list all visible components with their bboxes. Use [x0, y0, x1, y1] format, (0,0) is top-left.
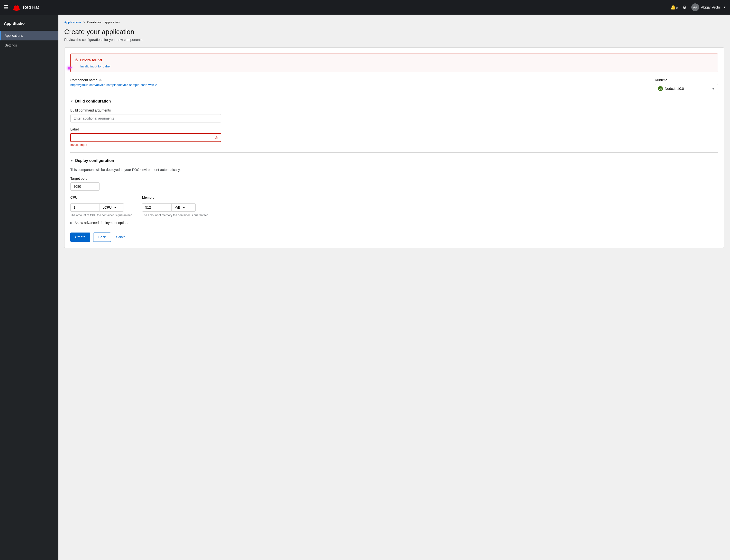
avatar: AA — [691, 3, 699, 11]
deploy-description: This component will be deployed to your … — [70, 168, 718, 172]
brand-logo: Red Hat — [12, 3, 39, 12]
page-title: Create your application — [64, 28, 724, 36]
username-label: Abigail Archill — [701, 5, 721, 9]
show-advanced-label: Show advanced deployment options — [74, 221, 129, 225]
sidebar-item-settings-label: Settings — [5, 43, 17, 47]
build-configuration-section: ▼ Build configuration Build command argu… — [70, 99, 718, 147]
topnav-right-section: 🔔0 ⚙ AA Abigail Archill ▼ — [670, 3, 726, 11]
memory-input-row: MiB ▼ — [142, 203, 209, 212]
user-menu[interactable]: AA Abigail Archill ▼ — [691, 3, 726, 11]
memory-unit-label: MiB — [175, 205, 180, 209]
sidebar: App Studio Applications Settings — [0, 15, 58, 560]
label-field-group: Label ⚠ Invalid input — [70, 127, 718, 147]
error-banner-link-label[interactable]: Invalid input for Label — [80, 65, 111, 68]
cancel-button[interactable]: Cancel — [114, 233, 129, 242]
create-button[interactable]: Create — [70, 233, 90, 242]
component-name-label-row: Component name ✏ — [70, 78, 157, 82]
main-card: ⚠ Errors found Invalid input for Label ☛… — [64, 47, 724, 248]
component-name-link[interactable]: https://github.com/devfile-samples/devfi… — [70, 83, 157, 87]
build-command-input[interactable] — [70, 114, 221, 122]
target-port-input[interactable] — [70, 182, 100, 191]
error-banner-title: ⚠ Errors found — [74, 58, 714, 62]
memory-unit-chevron-icon: ▼ — [182, 205, 186, 209]
deploy-config-chevron-icon: ▼ — [70, 159, 73, 162]
sidebar-item-settings[interactable]: Settings — [0, 40, 58, 50]
component-name-section: Component name ✏ https://github.com/devf… — [70, 78, 157, 87]
error-circle-icon: ⚠ — [74, 58, 78, 62]
back-button[interactable]: Back — [93, 233, 111, 242]
build-command-label: Build command arguments — [70, 108, 718, 112]
cursor-hand-icon: ☛ — [67, 65, 73, 72]
memory-unit-select[interactable]: MiB ▼ — [171, 203, 196, 212]
memory-hint: The amount of memory the container is gu… — [142, 214, 209, 217]
runtime-label: Runtime — [655, 78, 718, 82]
breadcrumb-parent-link[interactable]: Applications — [64, 20, 81, 24]
cpu-input[interactable] — [70, 203, 100, 212]
settings-button[interactable]: ⚙ — [683, 5, 686, 10]
cpu-group: CPU vCPU ▼ The amount of CPU the contain… — [70, 196, 132, 217]
sidebar-item-applications[interactable]: Applications — [0, 31, 58, 40]
main-content: Applications > Create your application C… — [58, 15, 730, 560]
section-divider — [70, 152, 718, 153]
show-advanced-button[interactable]: ▶ Show advanced deployment options — [70, 221, 718, 225]
target-port-group: Target port — [70, 177, 718, 191]
user-menu-chevron-icon: ▼ — [723, 6, 726, 9]
build-config-title: Build configuration — [75, 99, 111, 103]
label-input-wrapper: ⚠ — [70, 133, 221, 142]
build-config-chevron-icon: ▼ — [70, 100, 73, 103]
sidebar-title: App Studio — [0, 19, 58, 31]
breadcrumb: Applications > Create your application — [64, 20, 724, 24]
redhat-logo-icon — [12, 3, 21, 12]
page-subtitle: Review the configurations for your new c… — [64, 38, 724, 42]
memory-input[interactable] — [142, 203, 171, 212]
runtime-select[interactable]: JS Node.js 10.0 ▼ — [655, 84, 718, 93]
cpu-label: CPU — [70, 196, 132, 199]
runtime-section: Runtime JS Node.js 10.0 ▼ — [655, 78, 718, 93]
deploy-configuration-section: ▼ Deploy configuration This component wi… — [70, 159, 718, 225]
cpu-unit-select[interactable]: vCPU ▼ — [100, 203, 124, 212]
cpu-unit-chevron-icon: ▼ — [114, 205, 117, 209]
build-config-section-header[interactable]: ▼ Build configuration — [70, 99, 718, 103]
memory-group: Memory MiB ▼ The amount of memory the co… — [142, 196, 209, 217]
memory-label: Memory — [142, 196, 209, 199]
hamburger-menu[interactable]: ☰ — [4, 4, 8, 10]
show-advanced-chevron-icon: ▶ — [70, 221, 73, 224]
nodejs-icon: JS — [658, 86, 663, 91]
notifications-button[interactable]: 🔔0 — [670, 5, 678, 10]
breadcrumb-current: Create your application — [87, 20, 120, 24]
cpu-input-row: vCPU ▼ — [70, 203, 132, 212]
sidebar-item-applications-label: Applications — [5, 34, 23, 37]
label-error-icon: ⚠ — [215, 135, 218, 140]
component-header: Component name ✏ https://github.com/devf… — [70, 78, 718, 93]
build-command-group: Build command arguments — [70, 108, 718, 122]
footer-buttons: Create Back Cancel — [70, 233, 718, 242]
brand-name: Red Hat — [23, 5, 39, 10]
label-field-label: Label — [70, 127, 718, 131]
target-port-label: Target port — [70, 177, 718, 180]
notification-count: 0 — [676, 6, 678, 9]
cpu-hint: The amount of CPU the container is guara… — [70, 214, 132, 217]
error-link-wrapper: Invalid input for Label ☛ — [74, 64, 714, 68]
resource-row: CPU vCPU ▼ The amount of CPU the contain… — [70, 196, 718, 217]
label-input[interactable] — [70, 133, 221, 142]
top-navigation: ☰ Red Hat 🔔0 ⚙ AA Abigail Archill ▼ — [0, 0, 730, 15]
label-error-text: Invalid input — [70, 143, 718, 147]
error-banner: ⚠ Errors found Invalid input for Label ☛ — [70, 54, 718, 72]
breadcrumb-separator: > — [83, 20, 85, 24]
edit-icon[interactable]: ✏ — [99, 78, 102, 82]
runtime-select-chevron-icon: ▼ — [711, 87, 715, 91]
deploy-config-section-header[interactable]: ▼ Deploy configuration — [70, 159, 718, 163]
cpu-unit-label: vCPU — [103, 205, 112, 209]
deploy-config-title: Deploy configuration — [75, 159, 114, 163]
runtime-select-value: Node.js 10.0 — [665, 87, 710, 91]
